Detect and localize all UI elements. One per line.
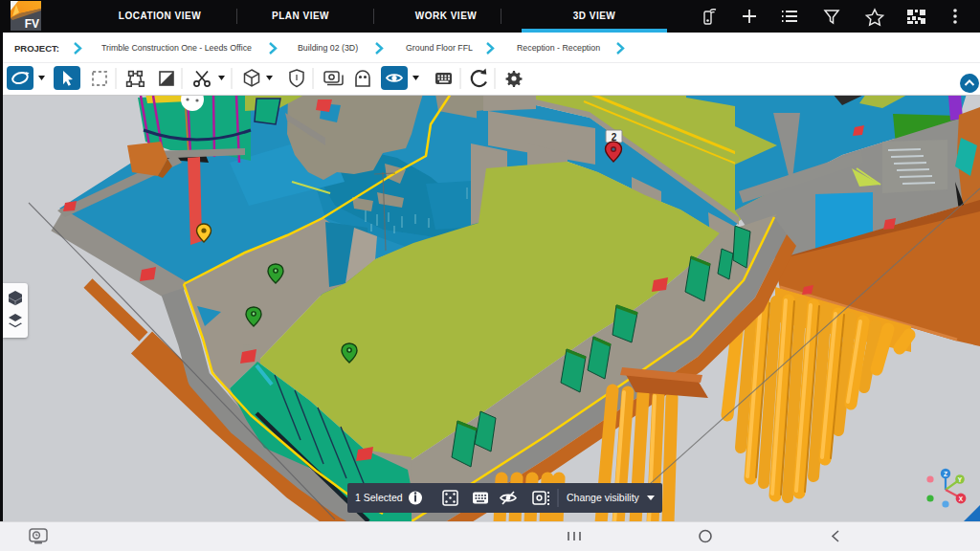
- svg-text:FV: FV: [25, 17, 39, 31]
- svg-text:Z: Z: [944, 471, 947, 477]
- svg-text:Y: Y: [958, 476, 963, 483]
- svg-text:X: X: [959, 496, 964, 502]
- svg-text:2: 2: [612, 132, 617, 143]
